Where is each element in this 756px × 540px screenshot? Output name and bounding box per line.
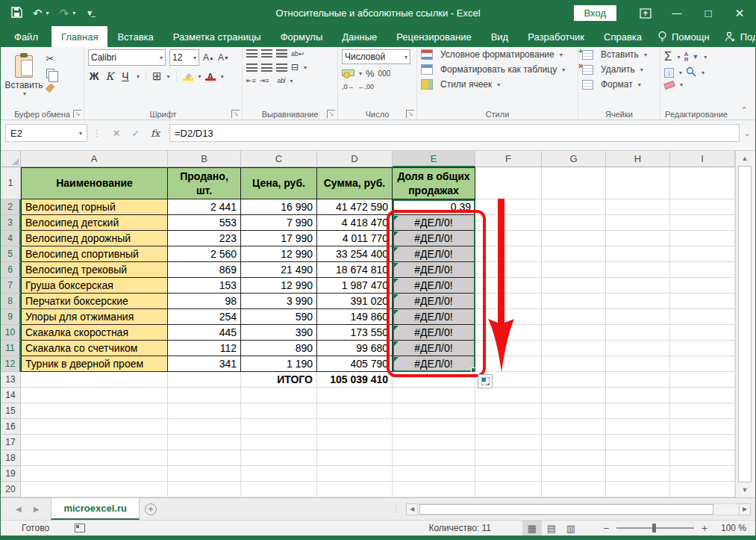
row-header-1[interactable]: 1 — [1, 167, 21, 199]
cell-E13[interactable] — [393, 372, 475, 388]
autosum-dropdown-icon[interactable]: ▾ — [678, 54, 681, 60]
cell-H2[interactable] — [606, 199, 670, 215]
cell-G9[interactable] — [542, 309, 606, 325]
conditional-formatting-button[interactable]: Условное форматирование▾ — [421, 49, 574, 60]
cell-C20[interactable] — [241, 482, 317, 497]
cell-I15[interactable] — [670, 403, 735, 419]
cell-F2[interactable] — [475, 199, 542, 215]
number-format-select[interactable]: Числовой▾ — [342, 49, 410, 64]
cell-F14[interactable] — [475, 388, 542, 403]
wrap-text-icon[interactable]: ab↩ — [291, 50, 304, 58]
cell-H1[interactable] — [606, 167, 670, 199]
cell-F12[interactable] — [475, 356, 542, 372]
cell-C1[interactable]: Цена, руб. — [241, 167, 317, 199]
cell-D10[interactable]: 173 550 — [317, 325, 393, 341]
cell-D1[interactable]: Сумма, руб. — [317, 167, 393, 199]
cell-G3[interactable] — [542, 215, 606, 231]
cell-A4[interactable]: Велосипед дорожный — [21, 231, 168, 246]
row-header-2[interactable]: 2 — [1, 199, 21, 215]
formula-input[interactable]: =D2/D13 — [169, 124, 740, 142]
cell-E7[interactable]: #ДЕЛ/0! — [393, 278, 475, 294]
cell-D18[interactable] — [317, 450, 393, 466]
cancel-entry-icon[interactable]: ✕ — [107, 128, 126, 139]
ribbon-tab-0[interactable]: Главная — [51, 26, 107, 47]
cell-E8[interactable]: #ДЕЛ/0! — [393, 294, 475, 309]
font-color-dropdown-icon[interactable]: ▾ — [221, 73, 224, 80]
row-header-5[interactable]: 5 — [1, 246, 21, 262]
cell-G12[interactable] — [542, 356, 606, 372]
find-dropdown-icon[interactable]: ▾ — [702, 69, 705, 76]
font-dialog-launcher-icon[interactable]: ↘ — [231, 110, 240, 118]
cell-I5[interactable] — [670, 246, 735, 262]
sort-dropdown-icon[interactable]: ▾ — [704, 54, 707, 60]
cell-F11[interactable] — [475, 341, 542, 356]
cell-C19[interactable] — [241, 466, 317, 482]
clear-icon[interactable] — [663, 80, 675, 89]
cell-E3[interactable]: #ДЕЛ/0! — [393, 215, 475, 231]
cell-A3[interactable]: Велосипед детский — [21, 215, 168, 231]
cell-B12[interactable]: 341 — [168, 356, 241, 372]
cell-C5[interactable]: 12 990 — [241, 246, 317, 262]
cell-E20[interactable] — [393, 482, 475, 497]
cell-B19[interactable] — [168, 466, 241, 482]
cell-I12[interactable] — [670, 356, 735, 372]
decrease-decimal-icon[interactable]: ←,00 — [358, 83, 375, 90]
cell-G2[interactable] — [542, 199, 606, 215]
delete-cells-button[interactable]: × Удалить▾ — [582, 64, 656, 75]
orientation-icon[interactable]: ab̸ — [278, 77, 285, 84]
cell-A9[interactable]: Упоры для отжимания — [21, 309, 168, 325]
cell-F15[interactable] — [475, 403, 542, 419]
name-box[interactable]: E2 ▾ — [5, 124, 87, 142]
tab-share[interactable]: Поделиться — [719, 31, 756, 43]
cell-I9[interactable] — [670, 309, 735, 325]
accounting-format-icon[interactable] — [342, 69, 354, 78]
cell-F1[interactable] — [475, 167, 542, 199]
scroll-right-icon[interactable]: ▶ — [739, 503, 751, 515]
tab-help-assistant[interactable]: Помощн — [652, 31, 716, 43]
cell-B15[interactable] — [168, 403, 241, 419]
decrease-font-icon[interactable]: A▼ — [218, 52, 229, 63]
cell-H18[interactable] — [606, 450, 670, 466]
cell-F17[interactable] — [475, 435, 542, 450]
ribbon-tab-7[interactable]: Разработчик — [518, 26, 594, 47]
zoom-slider[interactable] — [616, 527, 694, 529]
decrease-indent-icon[interactable]: ⇤≡ — [246, 77, 256, 84]
align-left-icon[interactable] — [246, 63, 257, 72]
sign-in-button[interactable]: Вход — [574, 5, 616, 21]
zoom-out-icon[interactable]: − — [599, 522, 613, 534]
row-header-10[interactable]: 10 — [1, 325, 21, 341]
cell-styles-button[interactable]: Стили ячеек▾ — [421, 79, 574, 90]
cell-A16[interactable] — [21, 419, 168, 435]
cell-B9[interactable]: 254 — [168, 309, 241, 325]
cell-F10[interactable] — [475, 325, 542, 341]
percent-style-icon[interactable]: % — [366, 68, 375, 79]
cell-D9[interactable]: 149 860 — [317, 309, 393, 325]
cell-E10[interactable]: #ДЕЛ/0! — [393, 325, 475, 341]
increase-indent-icon[interactable]: ⇥≡ — [260, 77, 269, 84]
cell-G6[interactable] — [542, 262, 606, 278]
ribbon-display-options-icon[interactable] — [630, 0, 661, 26]
cell-A14[interactable] — [21, 388, 168, 403]
cell-H8[interactable] — [606, 294, 670, 309]
cell-A6[interactable]: Велосипед трековый — [21, 262, 168, 278]
cell-F9[interactable] — [475, 309, 542, 325]
cell-C15[interactable] — [241, 403, 317, 419]
cell-G11[interactable] — [542, 341, 606, 356]
undo-icon[interactable]: ↶ — [33, 7, 43, 20]
cell-G5[interactable] — [542, 246, 606, 262]
cell-G19[interactable] — [542, 466, 606, 482]
page-layout-view-icon[interactable]: ▤ — [542, 521, 561, 536]
column-header-D[interactable]: D — [317, 151, 393, 167]
cell-F8[interactable] — [475, 294, 542, 309]
cell-D3[interactable]: 4 418 470 — [317, 215, 393, 231]
cell-A15[interactable] — [21, 403, 168, 419]
row-header-6[interactable]: 6 — [1, 262, 21, 278]
zoom-in-icon[interactable]: + — [697, 522, 712, 534]
align-center-icon[interactable] — [261, 63, 272, 72]
row-header-19[interactable]: 19 — [1, 466, 21, 482]
cell-G8[interactable] — [542, 294, 606, 309]
alignment-dialog-launcher-icon[interactable]: ↘ — [327, 110, 335, 118]
vertical-scroll-thumb[interactable] — [738, 166, 752, 482]
underline-dropdown-icon[interactable]: ▾ — [137, 73, 140, 80]
cell-C12[interactable]: 1 190 — [241, 356, 317, 372]
